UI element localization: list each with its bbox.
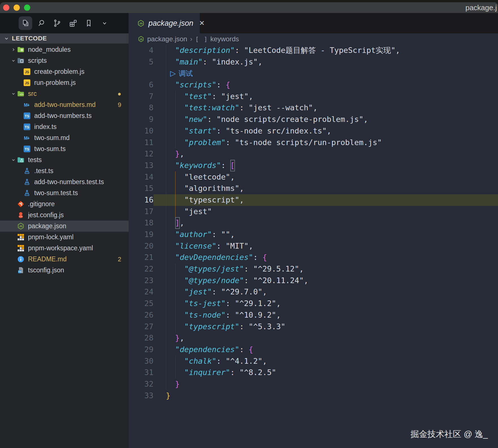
- codelens-debug-link[interactable]: 调试: [179, 68, 193, 79]
- code-line-29[interactable]: 29 "dependencies": {: [129, 344, 498, 356]
- code-line-13[interactable]: 13 "keywords": [: [129, 160, 498, 171]
- tree-item-label: add-two-numbers.test.ts: [34, 178, 104, 186]
- code-line-33[interactable]: 33}: [129, 390, 498, 402]
- tree-item-package.json[interactable]: JSpackage.json: [0, 221, 129, 232]
- tree-item-add-two-numbers.test.ts[interactable]: add-two-numbers.test.ts: [0, 176, 129, 188]
- line-number: 25: [129, 298, 153, 309]
- line-number: 12: [129, 148, 153, 160]
- code-line-9[interactable]: 9 "new": "node scripts/create-problem.js…: [129, 114, 498, 125]
- indent-guide: [166, 137, 175, 148]
- tree-item-run-problem.js[interactable]: JSrun-problem.js: [0, 77, 129, 88]
- code-line-10[interactable]: 10 "start": "ts-node src/index.ts",: [129, 125, 498, 137]
- code-line-12[interactable]: 12 },: [129, 148, 498, 160]
- indent-guide: [166, 332, 175, 344]
- activity-explorer-button[interactable]: [19, 16, 32, 30]
- code-line-15[interactable]: 15 "algorithms",: [129, 183, 498, 194]
- svg-text:JS: JS: [140, 38, 143, 41]
- line-number: 23: [129, 275, 153, 287]
- tree-item-two-sum.ts[interactable]: TStwo-sum.ts: [0, 143, 129, 154]
- activity-source-control-button[interactable]: [49, 15, 65, 31]
- code-line-30[interactable]: 30 "chalk": "^4.1.2",: [129, 356, 498, 367]
- tree-item-README.md[interactable]: README.md2: [0, 254, 129, 265]
- code-line-8[interactable]: 8 "test:watch": "jest --watch",: [129, 102, 498, 114]
- line-number: 33: [129, 390, 153, 402]
- tree-item-index.ts[interactable]: TSindex.ts: [0, 121, 129, 132]
- code-line-21[interactable]: 21 "devDependencies": {: [129, 252, 498, 263]
- json-string: : "",: [212, 229, 235, 240]
- tree-item-create-problem.js[interactable]: JScreate-problem.js: [0, 66, 129, 77]
- tree-item-.gitignore[interactable]: .gitignore: [0, 199, 129, 210]
- code-line-content: },: [153, 148, 498, 160]
- tree-item-.test.ts[interactable]: .test.ts: [0, 165, 129, 176]
- breadcrumb-file[interactable]: package.json: [147, 35, 187, 43]
- minimize-window-button[interactable]: [14, 5, 20, 11]
- code-line-26[interactable]: 26 "ts-node": "^10.9.2",: [129, 309, 498, 321]
- tree-item-two-sum.test.ts[interactable]: two-sum.test.ts: [0, 188, 129, 199]
- code-line-11[interactable]: 11 "problem": "ts-node scripts/run-probl…: [129, 137, 498, 148]
- code-line-28[interactable]: 28 },: [129, 332, 498, 344]
- tree-item-src[interactable]: </>src●: [0, 88, 129, 99]
- explorer-section-header[interactable]: LEETCODE: [0, 33, 129, 44]
- folder-src-icon: </>: [17, 90, 25, 98]
- line-number: [129, 68, 153, 79]
- json-string: "algorithms",: [184, 183, 244, 194]
- code-line-31[interactable]: 31 "inquirer": "^8.2.5": [129, 367, 498, 378]
- indent-guide: [166, 229, 175, 240]
- code-line-6[interactable]: 6 "scripts": {: [129, 79, 498, 91]
- line-number: 17: [129, 206, 153, 217]
- tree-item-label: add-two-numbers.md: [34, 101, 96, 109]
- code-line-25[interactable]: 25 "ts-jest": "^29.1.2",: [129, 298, 498, 309]
- zoom-window-button[interactable]: [24, 5, 30, 11]
- breadcrumb-symbol[interactable]: keywords: [210, 35, 239, 43]
- codelens-row[interactable]: ▷调试: [129, 68, 498, 79]
- code-line-22[interactable]: 22 "@types/jest": "^29.5.12",: [129, 263, 498, 275]
- activity-search-button[interactable]: [33, 15, 49, 31]
- tree-item-tests[interactable]: tests: [0, 154, 129, 165]
- json-string: : "^10.9.2",: [226, 309, 281, 321]
- svg-text:M: M: [24, 103, 27, 107]
- tree-item-add-two-numbers.md[interactable]: Madd-two-numbers.md9: [0, 99, 129, 110]
- code-line-32[interactable]: 32 }: [129, 378, 498, 390]
- tree-item-scripts[interactable]: scripts: [0, 55, 129, 66]
- code-line-20[interactable]: 20 "license": "MIT",: [129, 240, 498, 252]
- folder-tests-icon: [17, 156, 25, 164]
- tree-item-pnpm-lock.yaml[interactable]: pnpm-lock.yaml: [0, 232, 129, 243]
- activity-bookmark-button[interactable]: [81, 15, 97, 31]
- line-number: 11: [129, 137, 153, 148]
- activity-extensions-button[interactable]: [65, 15, 81, 31]
- code-line-19[interactable]: 19 "author": "",: [129, 229, 498, 240]
- code-line-18[interactable]: 18 ],: [129, 217, 498, 229]
- code-line-23[interactable]: 23 "@types/node": "^20.11.24",: [129, 275, 498, 287]
- json-key: "start": [184, 125, 216, 137]
- tree-item-two-sum.md[interactable]: Mtwo-sum.md: [0, 132, 129, 143]
- code-line-14[interactable]: 14 "leetcode",: [129, 171, 498, 183]
- file-tree: node_modulesscriptsJScreate-problem.jsJS…: [0, 44, 129, 448]
- json-string: : "index.js",: [203, 56, 262, 68]
- code-editor[interactable]: 4 "description": "LeetCode题目解答 - TypeScr…: [129, 45, 498, 448]
- tree-item-node_modules[interactable]: node_modules: [0, 44, 129, 55]
- source-control-icon: [53, 19, 61, 27]
- code-line-27[interactable]: 27 "typescript": "^5.3.3": [129, 321, 498, 333]
- code-line-7[interactable]: 7 "test": "jest",: [129, 91, 498, 102]
- code-line-16[interactable]: 16 "typescript",: [129, 194, 498, 206]
- close-window-button[interactable]: [3, 5, 9, 11]
- tree-item-tsconfig.json[interactable]: TStsconfig.json: [0, 265, 129, 276]
- bracket: {: [262, 252, 267, 263]
- tree-item-pnpm-workspace.yaml[interactable]: pnpm-workspace.yaml: [0, 243, 129, 254]
- code-line-5[interactable]: 5 "main": "index.js",: [129, 56, 498, 68]
- code-line-content: "main": "index.js",: [153, 56, 498, 68]
- code-line-content: "start": "ts-node src/index.ts",: [153, 125, 498, 137]
- svg-text:JS: JS: [19, 225, 23, 228]
- json-string: : "MIT",: [216, 240, 253, 252]
- json-string: :: [253, 252, 263, 263]
- code-line-17[interactable]: 17 "jest": [129, 206, 498, 217]
- tree-item-jest.config.js[interactable]: jest.config.js: [0, 210, 129, 221]
- code-line-content: "@types/node": "^20.11.24",: [153, 275, 498, 287]
- tree-item-add-two-numbers.ts[interactable]: TSadd-two-numbers.ts: [0, 110, 129, 121]
- tab-package-json[interactable]: JS package.json ✕: [129, 13, 200, 33]
- svg-text:TS: TS: [25, 114, 29, 118]
- activity-chevron-down-button[interactable]: [97, 15, 112, 31]
- close-tab-icon[interactable]: ✕: [199, 19, 205, 27]
- code-line-4[interactable]: 4 "description": "LeetCode题目解答 - TypeScr…: [129, 45, 498, 56]
- code-line-24[interactable]: 24 "jest": "^29.7.0",: [129, 286, 498, 298]
